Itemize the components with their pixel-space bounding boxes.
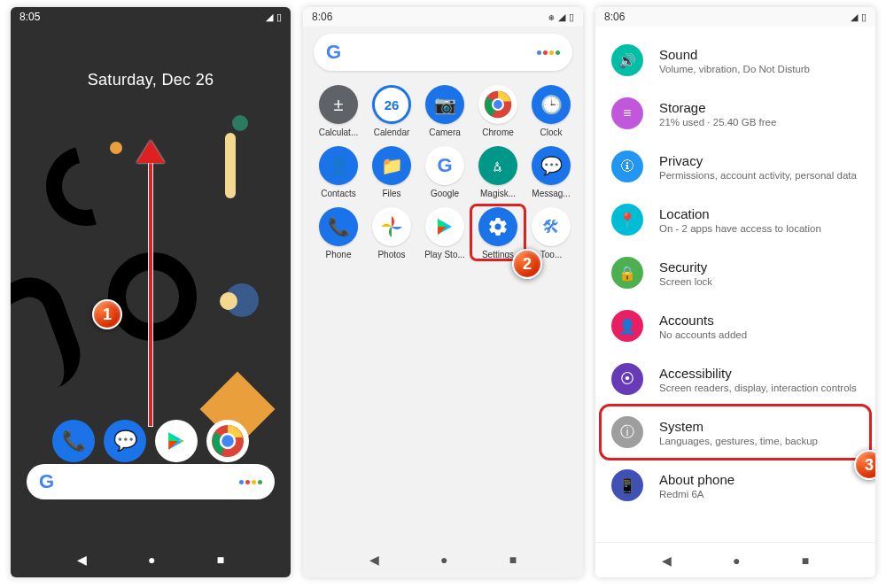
settings-item-title: Privacy	[659, 153, 857, 168]
screenshot-app-drawer: 8:06 ⎈ ◢ ▯ G ±Calculat...26Calendar📷Came…	[303, 7, 583, 577]
navigation-bar: ◀ ● ■	[303, 542, 583, 577]
signal-icon: ◢	[266, 12, 273, 23]
contacts-app-icon: 👤	[319, 146, 358, 185]
assistant-icon[interactable]	[239, 480, 262, 484]
settings-security[interactable]: 🔒SecurityScreen lock	[595, 246, 875, 299]
settings-item-title: Storage	[659, 100, 776, 115]
camera-app[interactable]: 📷Camera	[420, 85, 470, 137]
play-store-icon[interactable]	[155, 420, 198, 462]
files-app[interactable]: 📁Files	[367, 146, 416, 198]
date-widget[interactable]: Saturday, Dec 26	[11, 71, 291, 89]
app-label: Calendar	[367, 128, 416, 137]
google-logo-icon: G	[326, 41, 341, 64]
magisk-app[interactable]: 🜛Magisk...	[473, 146, 523, 198]
contacts-app[interactable]: 👤Contacts	[314, 146, 363, 198]
settings-privacy-icon: 🛈	[611, 151, 643, 182]
app-grid: ±Calculat...26Calendar📷CameraChrome🕒Cloc…	[303, 78, 583, 267]
swipe-up-arrow-head	[136, 140, 165, 163]
clock-text: 8:05	[19, 11, 40, 23]
tools-app-icon: 🛠	[532, 207, 571, 246]
app-search-bar[interactable]: G	[314, 34, 572, 71]
settings-item-subtitle: No accounts added	[659, 329, 747, 340]
messages-app[interactable]: 💬Messag...	[526, 146, 576, 198]
app-label: Chrome	[473, 128, 523, 137]
google-logo-icon: G	[39, 470, 54, 493]
screenshot-settings: 8:06 ◢ ▯ 🔊SoundVolume, vibration, Do Not…	[595, 7, 875, 577]
phone-app[interactable]: 📞Phone	[314, 207, 363, 259]
settings-item-subtitle: Screen lock	[659, 276, 712, 287]
settings-storage-icon: ≡	[611, 97, 643, 129]
battery-icon: ▯	[861, 12, 867, 23]
settings-item-subtitle: 21% used · 25.40 GB free	[659, 117, 776, 128]
status-icons: ◢ ▯	[851, 12, 867, 23]
app-label: Calculat...	[314, 128, 363, 137]
app-label: Play Sto...	[420, 250, 470, 259]
app-label: Google	[420, 189, 470, 198]
playstore-app-icon	[425, 207, 464, 246]
calendar-app[interactable]: 26Calendar	[367, 85, 416, 137]
calculator-app-icon: ±	[319, 85, 358, 124]
app-label: Clock	[526, 128, 576, 137]
nav-home-button[interactable]: ●	[733, 553, 740, 568]
photos-app-icon	[372, 207, 411, 246]
status-icons: ⎈ ◢ ▯	[548, 12, 574, 23]
chrome-app-icon	[478, 85, 517, 124]
nav-recent-button[interactable]: ■	[217, 553, 224, 567]
clock-app[interactable]: 🕒Clock	[526, 85, 576, 137]
settings-list[interactable]: 🔊SoundVolume, vibration, Do Not Disturb≡…	[595, 34, 875, 542]
settings-item-title: About phone	[659, 472, 734, 487]
navigation-bar: ◀ ● ■	[595, 542, 875, 577]
chrome-app-icon[interactable]	[206, 420, 249, 462]
status-icons: ◢ ▯	[266, 12, 282, 23]
nav-recent-button[interactable]: ■	[802, 553, 809, 568]
nav-back-button[interactable]: ◀	[662, 553, 672, 568]
phone-app-icon[interactable]: 📞	[52, 420, 95, 462]
assistant-icon[interactable]	[537, 50, 560, 55]
wallpaper-shape	[32, 132, 141, 241]
settings-security-icon: 🔒	[611, 257, 643, 289]
wallpaper-shape	[110, 142, 122, 154]
settings-sound[interactable]: 🔊SoundVolume, vibration, Do Not Disturb	[595, 34, 875, 87]
phone-app-icon: 📞	[319, 207, 358, 246]
settings-accessibility[interactable]: ⦿AccessibilityScreen readers, display, i…	[595, 352, 875, 406]
settings-privacy[interactable]: 🛈PrivacyPermissions, account activity, p…	[595, 140, 875, 193]
app-label: Contacts	[314, 189, 363, 198]
swipe-up-arrow	[148, 158, 153, 427]
settings-item-title: Sound	[659, 47, 810, 62]
screenshot-home: 8:05 ◢ ▯ Saturday, Dec 26 📞💬 G 1 ◀ ● ■	[11, 7, 291, 577]
settings-item-title: Security	[659, 259, 712, 275]
camera-app-icon: 📷	[425, 85, 464, 124]
settings-about[interactable]: 📱About phoneRedmi 6A	[595, 459, 875, 512]
settings-accounts[interactable]: 👤AccountsNo accounts added	[595, 299, 875, 352]
settings-location[interactable]: 📍LocationOn - 2 apps have access to loca…	[595, 193, 875, 246]
nav-back-button[interactable]: ◀	[369, 553, 379, 567]
settings-storage[interactable]: ≡Storage21% used · 25.40 GB free	[595, 87, 875, 140]
status-bar: 8:06 ⎈ ◢ ▯	[303, 7, 583, 27]
chrome-app[interactable]: Chrome	[473, 85, 523, 137]
google-search-bar[interactable]: G	[27, 464, 275, 499]
wallpaper-shape	[225, 133, 236, 198]
nav-home-button[interactable]: ●	[440, 553, 447, 567]
nav-back-button[interactable]: ◀	[77, 553, 87, 567]
app-label: Messag...	[526, 189, 576, 198]
settings-sound-icon: 🔊	[611, 44, 643, 76]
google-app[interactable]: GGoogle	[420, 146, 470, 198]
clock-app-icon: 🕒	[532, 85, 571, 124]
signal-icon: ◢	[558, 12, 565, 23]
messages-app-icon[interactable]: 💬	[104, 420, 146, 462]
wallpaper-shape	[232, 115, 248, 131]
nav-recent-button[interactable]: ■	[509, 553, 517, 567]
google-app-icon: G	[425, 146, 464, 185]
app-label: Magisk...	[473, 189, 523, 198]
files-app-icon: 📁	[372, 146, 411, 185]
settings-item-subtitle: Redmi 6A	[659, 489, 734, 499]
battery-icon: ▯	[276, 12, 282, 23]
step-badge-2: 2	[512, 249, 542, 279]
nav-home-button[interactable]: ●	[148, 553, 155, 567]
calculator-app[interactable]: ±Calculat...	[314, 85, 363, 137]
playstore-app[interactable]: Play Sto...	[420, 207, 470, 259]
settings-item-subtitle: Screen readers, display, interaction con…	[659, 383, 857, 393]
photos-app[interactable]: Photos	[367, 207, 416, 259]
settings-about-icon: 📱	[611, 469, 643, 501]
location-icon: ⎈	[548, 12, 555, 22]
